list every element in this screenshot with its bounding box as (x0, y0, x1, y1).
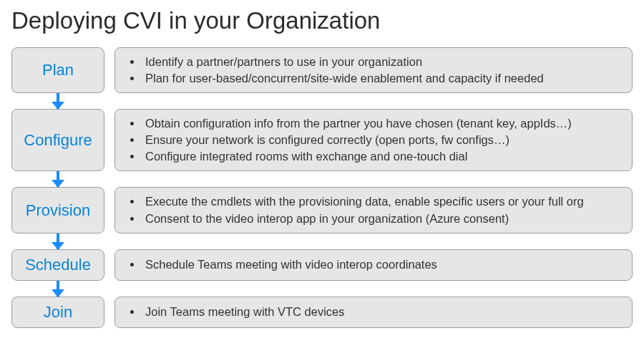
desc-item: Join Teams meeting with VTC devices (142, 304, 344, 320)
step-box-schedule: Schedule (11, 249, 104, 281)
desc-item: Configure integrated rooms with exchange… (142, 148, 572, 165)
arrow-head-icon (52, 289, 64, 297)
step-label: Configure (24, 131, 92, 150)
step-row-provision: Provision Execute the cmdlets with the p… (11, 187, 633, 233)
desc-item: Ensure your network is configured correc… (142, 132, 572, 148)
desc-item: Execute the cmdlets with the provisionin… (142, 193, 584, 210)
step-box-configure: Configure (11, 109, 104, 171)
step-row-plan: Plan Identify a partner/partners to use … (11, 47, 633, 93)
page-title: Deploying CVI in your Organization (11, 7, 633, 34)
arrow-head-icon (52, 242, 64, 250)
arrow-row (11, 171, 633, 187)
step-row-configure: Configure Obtain configuration info from… (11, 109, 633, 171)
step-box-provision: Provision (11, 187, 104, 233)
arrow-row (11, 281, 633, 297)
step-label: Plan (42, 61, 74, 80)
desc-item: Identify a partner/partners to use in yo… (142, 54, 544, 70)
process-diagram: Plan Identify a partner/partners to use … (11, 47, 633, 328)
step-row-schedule: Schedule Schedule Teams meeting with vid… (11, 249, 633, 281)
arrow-head-icon (52, 102, 64, 110)
arrow-row (11, 234, 633, 249)
desc-box-configure: Obtain configuration info from the partn… (114, 109, 633, 171)
step-row-join: Join Join Teams meeting with VTC devices (11, 297, 633, 328)
step-box-plan: Plan (11, 47, 104, 93)
desc-box-provision: Execute the cmdlets with the provisionin… (114, 187, 633, 233)
step-label: Provision (26, 201, 90, 220)
desc-item: Plan for user-based/concurrent/site-wide… (142, 70, 544, 87)
desc-item: Obtain configuration info from the partn… (142, 115, 572, 132)
desc-box-join: Join Teams meeting with VTC devices (114, 297, 633, 328)
step-box-join: Join (11, 297, 104, 328)
step-label: Join (44, 303, 72, 322)
desc-item: Schedule Teams meeting with video intero… (142, 256, 437, 273)
arrow-head-icon (52, 180, 64, 188)
arrow-row (11, 93, 633, 109)
step-label: Schedule (25, 256, 91, 274)
desc-box-plan: Identify a partner/partners to use in yo… (114, 47, 633, 93)
desc-box-schedule: Schedule Teams meeting with video intero… (114, 249, 633, 281)
desc-item: Consent to the video interop app in your… (142, 211, 584, 227)
